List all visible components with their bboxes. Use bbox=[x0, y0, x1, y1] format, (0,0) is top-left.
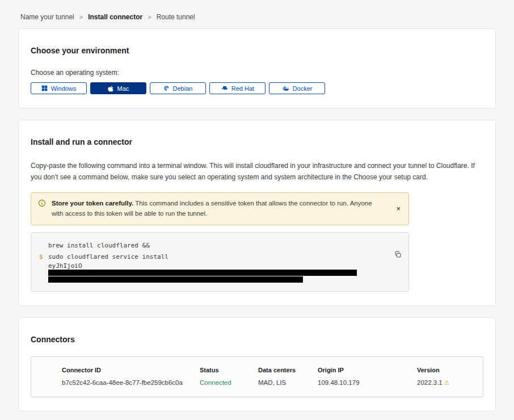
token-warning-text: Store your token carefully. This command… bbox=[52, 199, 389, 219]
version-value: 2022.3.1⚠ bbox=[417, 379, 483, 387]
os-button-redhat[interactable]: Red Hat bbox=[209, 82, 266, 94]
code-line: $ sudo cloudflared service install bbox=[39, 251, 386, 263]
column-header-connector-id: Connector ID bbox=[31, 367, 200, 373]
redacted-token-bar bbox=[48, 276, 303, 283]
copy-icon[interactable] bbox=[394, 251, 402, 260]
code-line: eyJhIjoiO bbox=[39, 263, 386, 276]
connectors-card: Connectors Connector ID Status Data cent… bbox=[18, 317, 496, 411]
close-icon[interactable]: × bbox=[395, 204, 402, 213]
breadcrumb-separator: > bbox=[79, 14, 83, 20]
install-connector-title: Install and run a connector bbox=[31, 137, 483, 146]
os-button-docker[interactable]: Docker bbox=[269, 82, 325, 94]
debian-icon bbox=[163, 85, 170, 91]
connectors-table: Connector ID Status Data centers Origin … bbox=[31, 356, 483, 397]
code-token-line: eyJhIjoiO bbox=[48, 263, 386, 276]
code-line: brew install cloudflared && bbox=[39, 240, 386, 251]
column-header-data-centers: Data centers bbox=[258, 367, 318, 373]
choose-environment-card: Choose your environment Choose an operat… bbox=[18, 28, 496, 108]
os-button-label: Docker bbox=[293, 85, 313, 92]
os-button-windows[interactable]: Windows bbox=[31, 82, 87, 94]
breadcrumb: Name your tunnel > Install connector > R… bbox=[18, 0, 496, 28]
page: Name your tunnel > Install connector > R… bbox=[0, 0, 514, 420]
os-button-label: Mac bbox=[117, 85, 129, 92]
redhat-icon bbox=[221, 85, 228, 91]
os-button-label: Windows bbox=[51, 85, 77, 92]
breadcrumb-route-tunnel[interactable]: Route tunnel bbox=[157, 13, 195, 21]
redacted-token-bar bbox=[48, 270, 357, 276]
install-description: Copy-paste the following command into a … bbox=[31, 160, 483, 183]
docker-icon bbox=[282, 85, 289, 91]
os-button-mac[interactable]: Mac bbox=[90, 82, 146, 94]
code-gutter bbox=[39, 263, 48, 276]
os-button-debian[interactable]: Debian bbox=[150, 82, 206, 94]
status-badge: Connected bbox=[200, 379, 258, 387]
os-button-group: Windows Mac Debian Red Hat bbox=[31, 82, 483, 94]
code-gutter bbox=[39, 276, 48, 283]
column-header-version: Version bbox=[417, 367, 483, 373]
token-warning-banner: Store your token carefully. This command… bbox=[31, 192, 409, 226]
version-number: 2022.3.1 bbox=[417, 379, 443, 386]
breadcrumb-separator: > bbox=[148, 14, 151, 20]
code-line bbox=[39, 276, 386, 283]
apple-icon bbox=[108, 85, 114, 92]
windows-icon bbox=[41, 85, 48, 91]
install-command-code-block: brew install cloudflared && $ sudo cloud… bbox=[31, 232, 409, 292]
shell-prompt: $ bbox=[39, 251, 48, 263]
column-header-origin-ip: Origin IP bbox=[318, 367, 417, 373]
code-command-2: sudo cloudflared service install bbox=[48, 251, 168, 263]
breadcrumb-name-your-tunnel[interactable]: Name your tunnel bbox=[20, 13, 74, 21]
data-centers-value: MAD, LIS bbox=[258, 379, 318, 387]
info-icon bbox=[38, 199, 46, 211]
token-warning-bold: Store your token carefully. bbox=[52, 200, 133, 207]
column-header-status: Status bbox=[200, 367, 258, 373]
code-command-1: brew install cloudflared && bbox=[48, 240, 150, 251]
origin-ip-value: 109.48.10.179 bbox=[318, 379, 417, 387]
os-select-label: Choose an operating system: bbox=[31, 69, 483, 77]
os-button-label: Debian bbox=[173, 85, 193, 92]
choose-environment-title: Choose your environment bbox=[31, 46, 483, 55]
connectors-title: Connectors bbox=[31, 335, 483, 344]
os-button-label: Red Hat bbox=[231, 85, 254, 92]
connector-id-value: b7c52c42-6caa-48ee-8c77-fbe259cb6c0a bbox=[31, 379, 200, 387]
code-gutter bbox=[39, 240, 48, 251]
token-prefix: eyJhIjoiO bbox=[48, 262, 82, 270]
install-connector-card: Install and run a connector Copy-paste t… bbox=[18, 120, 496, 306]
breadcrumb-install-connector[interactable]: Install connector bbox=[88, 13, 142, 21]
version-warning-icon: ⚠ bbox=[444, 379, 450, 386]
